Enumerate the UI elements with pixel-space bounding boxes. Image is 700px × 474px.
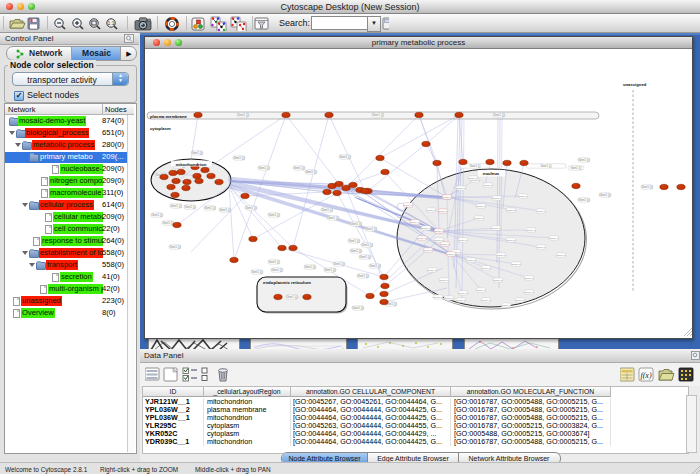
svg-text:Gen1 (j): Gen1 (j) [417, 237, 426, 240]
svg-text:Gen1 (j): Gen1 (j) [220, 208, 231, 212]
svg-text:Gen1 (j): Gen1 (j) [351, 249, 362, 253]
svg-text:Gen1 (j): Gen1 (j) [287, 295, 298, 299]
svg-text:Gen1 (j): Gen1 (j) [511, 263, 520, 266]
svg-text:Gen1 (j): Gen1 (j) [238, 113, 249, 117]
svg-text:Gen1 (j): Gen1 (j) [541, 164, 552, 168]
svg-text:Gen1 (j): Gen1 (j) [468, 177, 477, 180]
svg-text:Gen1 (j): Gen1 (j) [427, 269, 436, 272]
svg-text:Gen1 (j): Gen1 (j) [366, 227, 377, 231]
svg-text:Gen1 (j): Gen1 (j) [269, 260, 280, 264]
svg-text:Gen1 (j): Gen1 (j) [476, 205, 485, 208]
svg-text:Gen1 (j): Gen1 (j) [444, 297, 453, 300]
svg-text:Gen1 (j): Gen1 (j) [362, 243, 373, 247]
svg-text:Gen1 (j): Gen1 (j) [351, 222, 362, 226]
svg-text:Gen1 (j): Gen1 (j) [494, 113, 505, 117]
svg-text:Gen1 (j): Gen1 (j) [328, 216, 339, 220]
svg-text:Gen1 (j): Gen1 (j) [421, 227, 430, 230]
svg-text:Gen1 (j): Gen1 (j) [481, 267, 490, 270]
svg-text:Gen1 (j): Gen1 (j) [305, 265, 316, 269]
svg-text:Gen1 (j): Gen1 (j) [152, 213, 163, 217]
svg-text:Gen1 (j): Gen1 (j) [272, 268, 283, 272]
svg-text:Gen1 (j): Gen1 (j) [579, 158, 590, 162]
svg-text:Gen1 (j): Gen1 (j) [579, 198, 590, 202]
svg-text:Gen1 (j): Gen1 (j) [410, 221, 419, 224]
svg-text:Gen1 (j): Gen1 (j) [234, 156, 245, 160]
svg-text:Gen1 (j): Gen1 (j) [556, 254, 565, 257]
svg-text:Gen1 (j): Gen1 (j) [269, 213, 280, 217]
svg-text:Gen1 (j): Gen1 (j) [481, 299, 490, 302]
svg-text:Gen1 (j): Gen1 (j) [403, 204, 412, 207]
svg-text:Gen1 (j): Gen1 (j) [526, 229, 535, 232]
svg-text:Gen1 (j): Gen1 (j) [458, 239, 467, 242]
svg-text:Gen1 (j): Gen1 (j) [205, 206, 216, 210]
svg-text:Gen1 (j): Gen1 (j) [492, 197, 501, 200]
svg-text:Gen1 (j): Gen1 (j) [358, 274, 369, 278]
svg-text:Gen1 (j): Gen1 (j) [536, 246, 545, 249]
svg-text:unassigned: unassigned [623, 82, 647, 87]
svg-text:Gen1 (j): Gen1 (j) [163, 221, 174, 225]
svg-text:plasma membrane: plasma membrane [150, 114, 187, 119]
svg-text:Gen1 (j): Gen1 (j) [456, 187, 465, 190]
svg-text:Gen1 (j): Gen1 (j) [294, 166, 305, 170]
svg-text:Gen1 (j): Gen1 (j) [600, 193, 611, 197]
svg-text:Gen1 (j): Gen1 (j) [506, 209, 515, 212]
svg-text:Gen1 (j): Gen1 (j) [536, 210, 545, 213]
svg-text:Gen1 (j): Gen1 (j) [518, 195, 527, 198]
svg-text:Gen1 (j): Gen1 (j) [434, 230, 443, 233]
svg-text:Gen1 (j): Gen1 (j) [506, 239, 515, 242]
svg-text:Gen1 (j): Gen1 (j) [549, 237, 558, 240]
svg-text:Gen1 (j): Gen1 (j) [439, 279, 448, 282]
svg-text:Gen1 (j): Gen1 (j) [349, 239, 360, 243]
svg-text:Gen1 (j): Gen1 (j) [483, 184, 492, 187]
svg-text:Gen1 (j): Gen1 (j) [571, 166, 582, 170]
svg-text:endoplasmic reticulum: endoplasmic reticulum [263, 280, 311, 285]
svg-text:Gen1 (j): Gen1 (j) [252, 270, 263, 274]
svg-text:Gen1 (j): Gen1 (j) [373, 113, 384, 117]
svg-text:Gen1 (j): Gen1 (j) [496, 254, 505, 257]
svg-text:Gen1 (j): Gen1 (j) [524, 291, 533, 294]
svg-text:Gen1 (j): Gen1 (j) [440, 243, 449, 246]
svg-text:Gen1 (j): Gen1 (j) [353, 306, 364, 310]
svg-text:Gen1 (j): Gen1 (j) [325, 268, 336, 272]
svg-text:Gen1 (j): Gen1 (j) [433, 296, 442, 299]
svg-text:Gen1 (j): Gen1 (j) [466, 259, 475, 262]
svg-text:nucleus: nucleus [483, 171, 500, 176]
svg-text:Gen1 (j): Gen1 (j) [493, 279, 502, 282]
svg-text:Gen1 (j): Gen1 (j) [456, 299, 465, 302]
svg-text:Gen1 (j): Gen1 (j) [259, 166, 270, 170]
svg-text:Gen1 (j): Gen1 (j) [192, 151, 203, 155]
svg-text:Gen1 (j): Gen1 (j) [515, 299, 524, 302]
svg-text:Gen1 (j): Gen1 (j) [474, 217, 483, 220]
svg-text:Gen1 (j): Gen1 (j) [340, 155, 351, 159]
svg-text:Gen1 (j): Gen1 (j) [171, 204, 182, 208]
svg-text:mitochondrion: mitochondrion [176, 162, 207, 167]
svg-text:Gen1 (j): Gen1 (j) [185, 205, 196, 209]
svg-text:Gen1 (j): Gen1 (j) [306, 170, 317, 174]
svg-text:Gen1 (j): Gen1 (j) [426, 209, 435, 212]
svg-text:Gen1 (j): Gen1 (j) [470, 164, 481, 168]
svg-text:Gen1 (j): Gen1 (j) [246, 206, 257, 210]
svg-text:Gen1 (j): Gen1 (j) [476, 289, 485, 292]
svg-text:Gen1 (j): Gen1 (j) [360, 255, 371, 259]
svg-text:Gen1 (j): Gen1 (j) [170, 245, 181, 249]
svg-text:Gen1 (j): Gen1 (j) [524, 277, 533, 280]
svg-text:Gen1 (j): Gen1 (j) [423, 249, 432, 252]
svg-text:f(x): f(x) [640, 371, 651, 380]
svg-text:Gen1 (j): Gen1 (j) [334, 262, 345, 266]
svg-text:Gen1 (j): Gen1 (j) [442, 196, 451, 199]
svg-text:Gen1 (j): Gen1 (j) [458, 292, 467, 295]
svg-text:Gen1 (j): Gen1 (j) [370, 264, 381, 268]
svg-text:Gen1 (j): Gen1 (j) [642, 185, 653, 189]
svg-text:1:1: 1:1 [108, 20, 115, 26]
svg-text:cytoplasm: cytoplasm [150, 126, 171, 131]
svg-text:Gen1 (j): Gen1 (j) [438, 210, 447, 213]
svg-text:Gen1 (j): Gen1 (j) [501, 304, 510, 307]
svg-text:Gen1 (j): Gen1 (j) [322, 208, 333, 212]
svg-text:Gen1 (j): Gen1 (j) [446, 253, 455, 256]
svg-text:Gen1 (j): Gen1 (j) [491, 227, 500, 230]
